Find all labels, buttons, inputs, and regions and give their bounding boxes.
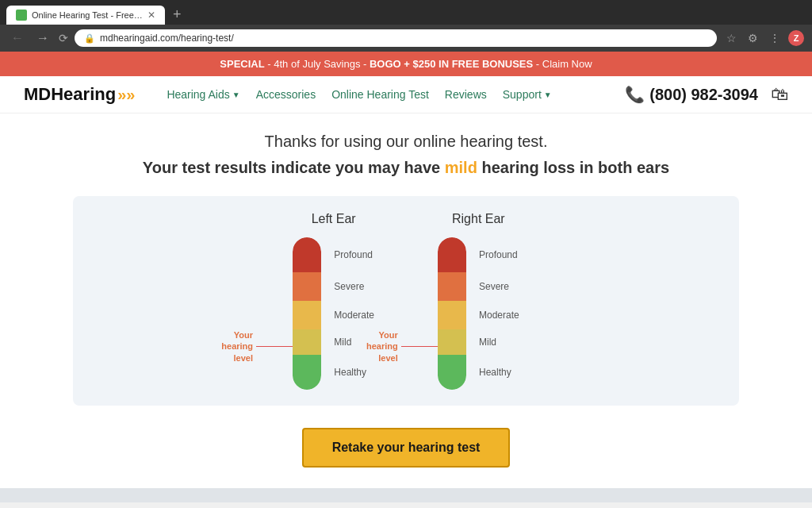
nav-right: 📞 (800) 982-3094 🛍 — [625, 84, 788, 105]
nav-online-hearing-test[interactable]: Online Hearing Test — [331, 88, 429, 101]
tab-favicon — [16, 10, 27, 21]
nav-support[interactable]: Support ▼ — [503, 88, 552, 101]
charts-container: Left Ear Yourhearinglevel — [73, 196, 739, 406]
right-healthy-label: Healthy — [479, 355, 519, 390]
left-hearing-level-indicator: Yourhearinglevel — [221, 329, 293, 364]
browser-chrome: Online Hearing Test - Free, In… ✕ + ← → … — [0, 0, 812, 52]
right-profound-segment — [438, 237, 466, 272]
nav-accessories[interactable]: Accessories — [256, 88, 316, 101]
right-hearing-level-text: Yourhearinglevel — [366, 329, 398, 364]
left-profound-segment — [293, 237, 321, 272]
left-severe-segment — [293, 272, 321, 301]
right-mild-segment — [438, 329, 466, 355]
left-ear-bar — [293, 237, 321, 390]
banner-cta: - Claim Now — [536, 58, 592, 70]
logo: MDHearing »» — [24, 84, 135, 105]
extensions-icon[interactable]: ⚙ — [745, 30, 761, 46]
left-healthy-segment — [293, 355, 321, 390]
left-mild-segment — [293, 329, 321, 355]
hearing-aids-arrow: ▼ — [232, 90, 240, 99]
right-mild-label: Mild — [479, 329, 519, 355]
right-ear-title: Right Ear — [452, 212, 505, 226]
banner-offer: BOGO + $250 IN FREE BONUSES — [370, 58, 533, 70]
right-profound-label: Profound — [479, 237, 519, 272]
back-button[interactable]: ← — [8, 29, 27, 47]
right-ear-chart: Right Ear Yourhearinglevel — [438, 212, 519, 390]
special-label: SPECIAL — [220, 58, 264, 70]
left-ear-labels: Profound Severe Moderate Mild Healthy — [327, 237, 374, 390]
reload-button[interactable]: ⟳ — [59, 32, 68, 44]
close-tab-icon[interactable]: ✕ — [147, 10, 155, 21]
left-hearing-level-text: Yourhearinglevel — [221, 329, 253, 364]
phone-text: (800) 982-3094 — [649, 86, 758, 104]
right-hearing-level-line — [401, 346, 438, 347]
logo-chevrons: »» — [117, 86, 135, 104]
results-suffix: hearing loss in both ears — [477, 159, 669, 176]
logo-text: MDHearing — [24, 84, 116, 105]
phone-icon: 📞 — [625, 85, 645, 104]
results-text: Your test results indicate you may have … — [16, 159, 796, 177]
retake-button[interactable]: Retake your hearing test — [302, 428, 511, 468]
retake-section: Retake your hearing test — [16, 428, 796, 468]
support-arrow: ▼ — [544, 90, 552, 99]
right-hearing-level-indicator: Yourhearinglevel — [366, 329, 438, 364]
page-content: SPECIAL - 4th of July Savings - BOGO + $… — [0, 52, 812, 502]
tab-title: Online Hearing Test - Free, In… — [32, 10, 143, 20]
left-ear-chart: Left Ear Yourhearinglevel — [293, 212, 374, 390]
right-ear-labels: Profound Severe Moderate Mild Healthy — [473, 237, 519, 390]
results-prefix: Your test results indicate you may have — [143, 159, 445, 176]
left-ear-title: Left Ear — [312, 212, 356, 226]
site-nav: MDHearing »» Hearing Aids ▼ Accessories … — [0, 76, 812, 114]
nav-links: Hearing Aids ▼ Accessories Online Hearin… — [167, 88, 625, 101]
nav-reviews[interactable]: Reviews — [445, 88, 487, 101]
footer-strip — [0, 488, 812, 502]
promo-banner[interactable]: SPECIAL - 4th of July Savings - BOGO + $… — [0, 52, 812, 76]
right-ear-bar — [438, 237, 466, 390]
phone-number: 📞 (800) 982-3094 — [625, 85, 758, 104]
right-moderate-segment — [438, 301, 466, 329]
new-tab-button[interactable]: + — [168, 5, 186, 25]
browser-tab[interactable]: Online Hearing Test - Free, In… ✕ — [6, 6, 165, 25]
right-healthy-segment — [438, 355, 466, 390]
right-severe-label: Severe — [479, 272, 519, 301]
bookmark-icon[interactable]: ☆ — [723, 30, 740, 46]
main-content: Thanks for using our online hearing test… — [0, 114, 812, 480]
left-hearing-level-line — [256, 346, 293, 347]
left-moderate-segment — [293, 301, 321, 329]
banner-message: - 4th of July Savings - — [267, 58, 370, 70]
profile-badge[interactable]: Z — [788, 30, 804, 46]
left-moderate-label: Moderate — [334, 301, 374, 329]
address-bar[interactable]: 🔒 mdhearingaid.com/hearing-test/ — [75, 29, 717, 47]
cart-icon[interactable]: 🛍 — [771, 84, 788, 105]
lock-icon: 🔒 — [84, 33, 95, 44]
right-moderate-label: Moderate — [479, 301, 519, 329]
url-text: mdhearingaid.com/hearing-test/ — [100, 33, 234, 44]
left-profound-label: Profound — [334, 237, 374, 272]
forward-button[interactable]: → — [33, 29, 52, 47]
mild-label: mild — [445, 159, 477, 176]
nav-hearing-aids[interactable]: Hearing Aids ▼ — [167, 88, 239, 101]
left-severe-label: Severe — [334, 272, 374, 301]
thanks-text: Thanks for using our online hearing test… — [16, 133, 796, 151]
menu-icon[interactable]: ⋮ — [766, 30, 783, 46]
right-severe-segment — [438, 272, 466, 301]
